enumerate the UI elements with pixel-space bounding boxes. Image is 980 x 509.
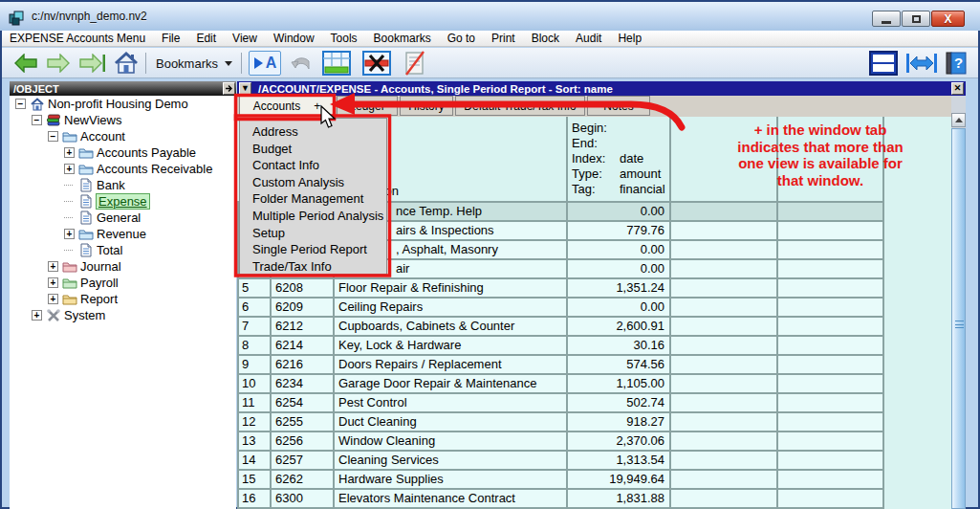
table-row[interactable]: 106234Garage Door Repair & Maintenance1,… <box>237 375 884 394</box>
table-row[interactable]: 86214Key, Lock & Hardware30.16 <box>237 337 884 356</box>
tree-item-account[interactable]: −Account <box>10 128 236 144</box>
tree-item-system[interactable]: +System <box>10 307 236 323</box>
table-row[interactable]: 76212Cupboards, Cabinets & Counter2,600.… <box>237 318 884 337</box>
table-row[interactable]: 166300Elevators Maintenance Contract1,83… <box>237 490 884 509</box>
maximize-button[interactable] <box>902 11 930 27</box>
tree-item-bank[interactable]: Bank <box>10 177 236 193</box>
tree-item-payroll[interactable]: +Payroll <box>10 275 236 291</box>
expand-icon[interactable]: + <box>48 261 58 272</box>
collapse-icon[interactable]: − <box>32 115 42 125</box>
tab-notes[interactable]: Notes <box>587 96 650 116</box>
table-row[interactable]: 66209Ceiling Repairs0.00 <box>237 299 884 318</box>
view-menu-item-contact-info[interactable]: Contact Info <box>240 157 386 174</box>
menu-tools[interactable]: Tools <box>331 32 358 45</box>
tab-accounts[interactable]: Accounts+ <box>239 96 335 116</box>
expand-icon[interactable]: + <box>64 147 75 158</box>
table-view-button[interactable] <box>321 51 352 76</box>
menu-view[interactable]: View <box>232 32 257 45</box>
accounts-view-menu: AddressBudgetContact InfoCustom Analysis… <box>239 118 387 275</box>
tab-default-trade-tax-info[interactable]: Default Trade/Tax Info <box>455 96 585 116</box>
empty-cell <box>671 318 778 335</box>
document-title: /ACCOUNT/EXPENSE - Accounts, Single Peri… <box>258 83 613 95</box>
arrow-up-icon <box>955 118 963 122</box>
tab-ledger[interactable]: Ledger <box>337 96 398 116</box>
clear-document-button[interactable] <box>402 51 428 76</box>
help-button[interactable]: ? <box>943 51 969 76</box>
view-menu-item-single-period-report[interactable]: Single Period Report <box>240 241 386 258</box>
scrollbar-thumb[interactable] <box>951 128 966 509</box>
undo-button[interactable] <box>289 51 314 76</box>
tree-item-journal[interactable]: +Journal <box>10 258 236 275</box>
empty-cell <box>778 490 884 507</box>
column-divider <box>669 117 671 203</box>
expand-icon[interactable]: + <box>32 310 42 321</box>
empty-cell <box>671 375 778 392</box>
menu-go-to[interactable]: Go to <box>447 32 475 45</box>
view-menu-item-folder-management[interactable]: Folder Management <box>240 190 386 208</box>
table-row[interactable]: 126255Duct Cleaning918.27 <box>237 413 884 432</box>
table-row[interactable]: 56208Floor Repair & Refinishing1,351.24 <box>237 279 884 299</box>
tab-label: Ledger <box>349 100 384 113</box>
menu-expense-accounts[interactable]: EXPENSE Accounts Menu <box>10 32 145 45</box>
view-menu-item-multiple-period-analysis[interactable]: Multiple Period Analysis <box>240 208 386 225</box>
view-menu-item-custom-analysis[interactable]: Custom Analysis <box>240 174 386 191</box>
tree-item-expense[interactable]: Expense <box>10 193 236 210</box>
menu-file[interactable]: File <box>162 32 180 45</box>
tree-item-non-profit-housing-demo[interactable]: −Non-profit Housing Demo <box>10 96 236 112</box>
panel-arrow-button[interactable] <box>223 82 235 95</box>
expand-icon[interactable]: + <box>64 229 75 239</box>
menu-block[interactable]: Block <box>532 32 559 45</box>
fit-width-button[interactable] <box>904 51 939 76</box>
home-button[interactable] <box>113 51 140 76</box>
delete-table-button[interactable] <box>361 51 392 76</box>
back-button[interactable] <box>13 51 38 76</box>
menu-audit[interactable]: Audit <box>576 32 601 45</box>
scroll-up-button[interactable] <box>951 113 966 127</box>
tab-history[interactable]: History <box>400 96 453 116</box>
empty-cell <box>778 299 884 316</box>
tree-item-newviews[interactable]: −NewViews <box>10 112 236 128</box>
bookmarks-dropdown-button[interactable]: Bookmarks <box>153 51 235 76</box>
tree-item-accounts-payable[interactable]: +Accounts Payable <box>10 144 236 161</box>
minimize-button[interactable] <box>872 11 901 27</box>
view-menu-item-trade-tax-info[interactable]: Trade/Tax Info <box>240 258 386 276</box>
table-row[interactable]: 96216Doors Repairs / Replacement574.56 <box>237 356 884 375</box>
collapse-icon[interactable]: − <box>48 131 58 142</box>
forward-to-end-button[interactable] <box>78 51 107 76</box>
close-button[interactable]: X <box>931 11 965 27</box>
type-field: Type:amount <box>572 166 665 182</box>
menu-help[interactable]: Help <box>618 32 642 45</box>
collapse-icon[interactable]: − <box>15 99 26 109</box>
menu-edit[interactable]: Edit <box>196 32 216 45</box>
view-text-button[interactable]: A <box>249 51 281 76</box>
menu-print[interactable]: Print <box>491 32 515 45</box>
doc-menu-button[interactable]: ▼ <box>239 82 251 95</box>
forward-button[interactable] <box>46 51 71 76</box>
expand-icon[interactable]: + <box>48 277 58 288</box>
table-row[interactable]: 136256Window Cleaning2,370.06 <box>237 432 884 452</box>
tree-item-revenue[interactable]: +Revenue <box>10 226 236 242</box>
view-menu-item-address[interactable]: Address <box>240 123 386 141</box>
books-icon <box>46 113 61 127</box>
row-number-cell: 9 <box>239 356 272 373</box>
view-menu-item-setup[interactable]: Setup <box>240 225 386 242</box>
vertical-scrollbar[interactable] <box>951 96 966 509</box>
split-view-button[interactable] <box>868 51 899 76</box>
menu-window[interactable]: Window <box>273 32 315 45</box>
table-row[interactable]: 146257Cleaning Services1,313.54 <box>237 452 884 471</box>
doc-close-button[interactable]: ✕ <box>951 82 964 95</box>
tree-item-general[interactable]: General <box>10 210 236 226</box>
description-cell: Doors Repairs / Replacement <box>335 356 568 373</box>
expand-icon[interactable]: + <box>64 164 75 174</box>
table-row[interactable]: 156262Hardware Supplies19,949.64 <box>237 471 884 490</box>
back-arrow-icon <box>14 54 37 73</box>
tree-item-accounts-receivable[interactable]: +Accounts Receivable <box>10 161 236 177</box>
tree-item-report[interactable]: +Report <box>10 291 236 307</box>
table-row[interactable]: 116254Pest Control502.74 <box>237 394 884 413</box>
expand-icon[interactable]: + <box>48 294 58 304</box>
empty-cell <box>778 241 884 258</box>
menu-bookmarks[interactable]: Bookmarks <box>374 32 431 45</box>
view-menu-item-budget[interactable]: Budget <box>240 141 386 158</box>
empty-cell <box>778 203 884 220</box>
tree-item-total[interactable]: Total <box>10 242 236 258</box>
